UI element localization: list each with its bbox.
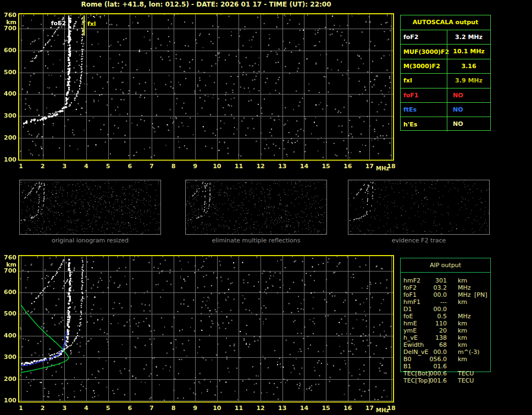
x-tick-label: 7 (145, 163, 159, 170)
autoscala-param-label: fxl (401, 77, 447, 84)
aip-val: 138 (423, 334, 447, 341)
y-tick-label: 700 (0, 268, 16, 274)
x-tick-label: 3 (57, 163, 71, 170)
panel-caption-eliminate: eliminate multiple reflections (185, 237, 327, 244)
bottom-ionogram-plot (18, 255, 394, 403)
panel-eliminate-reflections-canvas (186, 180, 326, 234)
x-tick-label: 2 (36, 405, 50, 412)
aip-val: 301 (423, 277, 447, 284)
aip-row-Ewidth: Ewidth68km (401, 341, 490, 348)
aip-val: 00.0 (423, 291, 447, 298)
aip-lab: D1 (403, 306, 412, 313)
aip-row-hmF2: hmF2301km (401, 277, 490, 284)
y-tick-label: 100 (0, 397, 16, 404)
aip-unit: km (458, 277, 467, 284)
autoscala-param-value: 10.1 MHz (447, 45, 490, 58)
x-tick-label: 6 (123, 405, 137, 412)
aip-val: 001.6 (423, 377, 447, 384)
x-tick-label: 9 (188, 163, 202, 170)
y-tick-label: 100 (0, 157, 16, 163)
aip-row-hmE: hmE110km (401, 320, 490, 327)
x-tick-label: 12 (253, 163, 268, 170)
aip-lab: h_vE (403, 334, 418, 341)
aip-val: 00.0 (423, 348, 447, 356)
y-tick-label: 200 (0, 135, 16, 141)
y-tick-label: 300 (0, 113, 16, 119)
aip-unit: MHz (458, 284, 471, 291)
aip-unit: MHz (458, 291, 471, 298)
aip-unit: km (458, 334, 467, 341)
y-tick-label: 760 (0, 254, 16, 261)
x-tick-label: 9 (188, 405, 202, 412)
autoscala-param-label: MUF(3000)F2 (401, 48, 447, 56)
autoscala-row-4: foF1NO (401, 88, 490, 102)
panel-evidence-f2-trace (348, 180, 490, 235)
x-tick-label: 2 (36, 163, 50, 170)
aip-lab: foE (403, 313, 413, 320)
aip-row-foF2: foF203.2MHz (401, 284, 490, 291)
x-tick-label: 5 (101, 405, 115, 412)
x-tick-label: 14 (297, 405, 311, 412)
x-tick-label: 4 (79, 163, 93, 170)
y-tick-label: 700 (0, 25, 16, 32)
aip-val: 000.6 (423, 370, 447, 377)
autoscala-table-title: AUTOSCALA output (401, 15, 490, 30)
aip-val: 00.0 (423, 306, 447, 313)
y-tick-label: 600 (0, 47, 16, 54)
aip-lab: Ewidth (403, 341, 424, 348)
autoscala-row-2: M(3000)F23.16 (401, 59, 490, 73)
x-tick-label: 11 (231, 405, 246, 412)
aip-lab: hmF1 (403, 298, 420, 306)
x-tick-label: 16 (341, 405, 355, 412)
station-title: Rome (lat: +41.8, lon: 012.5) - DATE: 20… (18, 1, 394, 8)
x-tick-label: 16 (341, 163, 355, 170)
autoscala-output-table: AUTOSCALA output foF23.2 MHzMUF(3000)F21… (400, 15, 491, 131)
y-tick-label: 760 (0, 12, 16, 19)
aip-val: 056.0 (423, 356, 447, 363)
aip-row-hmF1: hmF1---km (401, 298, 490, 306)
autoscala-param-value: NO (447, 117, 490, 131)
y-tick-label: 400 (0, 333, 16, 339)
y-tick-label: 200 (0, 376, 16, 383)
x-axis-unit-label: MHz (376, 407, 389, 413)
aip-row-D1: D100.0 (401, 306, 490, 313)
x-tick-label: 3 (57, 405, 71, 412)
x-tick-label: 15 (319, 405, 333, 412)
autoscala-param-value: 3.16 (447, 59, 490, 73)
aip-row-B0: B0056.0km (401, 356, 490, 363)
y-tick-label: 400 (0, 91, 16, 97)
aip-unit: km (458, 327, 467, 334)
x-tick-label: 6 (123, 163, 137, 170)
aip-lab: ymE (403, 327, 417, 334)
aip-row-B1: B101.6 (401, 363, 490, 370)
autoscala-row-0: foF23.2 MHz (401, 30, 490, 44)
aip-row-foE: foE0.5MHz (401, 313, 490, 320)
panel-evidence-f2-trace-canvas (348, 180, 489, 234)
aip-unit: MHz (458, 313, 471, 320)
aip-table-title: AIP output (401, 258, 490, 273)
panel-caption-evidence: evidence F2 trace (348, 237, 490, 244)
aip-unit: km (458, 356, 467, 363)
aip-val: 20 (423, 327, 447, 334)
panel-caption-original: original ionogram resized (19, 237, 161, 244)
autoscala-row-3: fxl3.9 MHz (401, 73, 490, 87)
aip-row-ymE: ymE20km (401, 327, 490, 334)
x-tick-label: 8 (167, 163, 181, 170)
panel-original-ionogram-canvas (20, 180, 160, 234)
x-tick-label: 11 (231, 163, 246, 170)
autoscala-window: Rome (lat: +41.8, lon: 012.5) - DATE: 20… (0, 0, 532, 415)
aip-val: 110 (423, 320, 447, 327)
aip-lab: B1 (403, 363, 412, 370)
autoscala-param-label: foF2 (401, 34, 447, 41)
panel-eliminate-reflections (185, 180, 327, 235)
aip-output-table: AIP output hmF2301kmfoF203.2MHzfoF100.0M… (400, 258, 491, 372)
aip-unit: TECU (458, 377, 474, 384)
x-tick-label: 14 (297, 163, 311, 170)
aip-row-DelN_vE: DelN_vE00.0m^(-3) (401, 348, 490, 356)
aip-unit: km (458, 341, 467, 348)
panel-original-ionogram (19, 180, 161, 235)
autoscala-param-label: h'Es (401, 121, 447, 128)
autoscala-param-value: 3.9 MHz (447, 74, 490, 87)
aip-lab: hmF2 (403, 277, 420, 284)
y-tick-label: 300 (0, 354, 16, 361)
